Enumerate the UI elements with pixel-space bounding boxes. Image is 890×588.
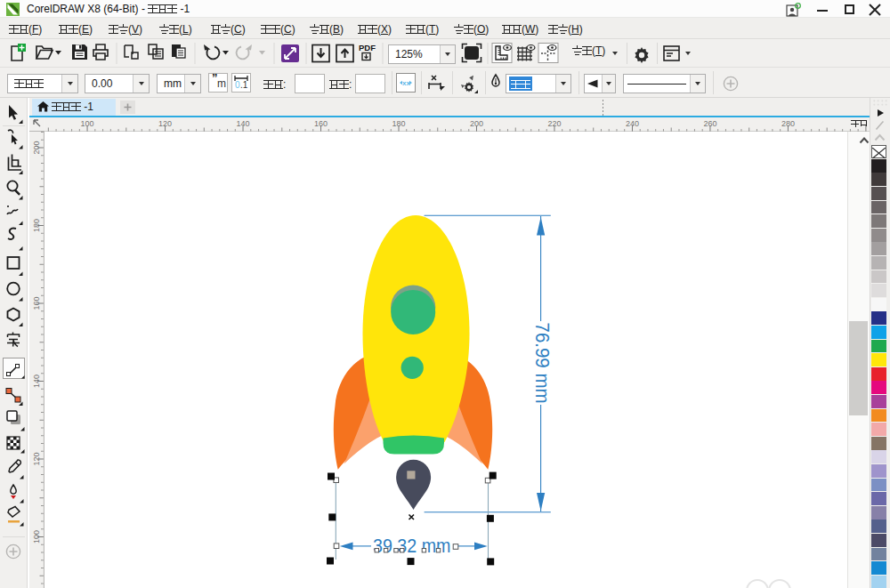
svg-text:280: 280: [781, 119, 795, 128]
svg-text:100: 100: [32, 530, 41, 544]
svg-text:140: 140: [32, 375, 41, 388]
svg-text:220: 220: [547, 119, 561, 128]
svg-text:39.32 mm: 39.32 mm: [373, 535, 451, 557]
svg-text:240: 240: [626, 119, 639, 128]
svg-text:120: 120: [32, 452, 41, 465]
svg-text:PDF: PDF: [359, 43, 376, 52]
svg-text:180: 180: [392, 119, 406, 128]
svg-text:100: 100: [81, 119, 94, 128]
svg-text:180: 180: [32, 219, 41, 232]
svg-text:200: 200: [470, 119, 483, 128]
svg-text:xx: xx: [402, 79, 410, 87]
svg-text:76.99 mm: 76.99 mm: [531, 323, 554, 404]
svg-text:120: 120: [158, 119, 172, 128]
svg-text:140: 140: [237, 119, 250, 128]
svg-text:160: 160: [32, 296, 41, 310]
svg-text:160: 160: [314, 119, 328, 128]
svg-text:260: 260: [703, 119, 716, 128]
svg-text:200: 200: [32, 141, 41, 154]
